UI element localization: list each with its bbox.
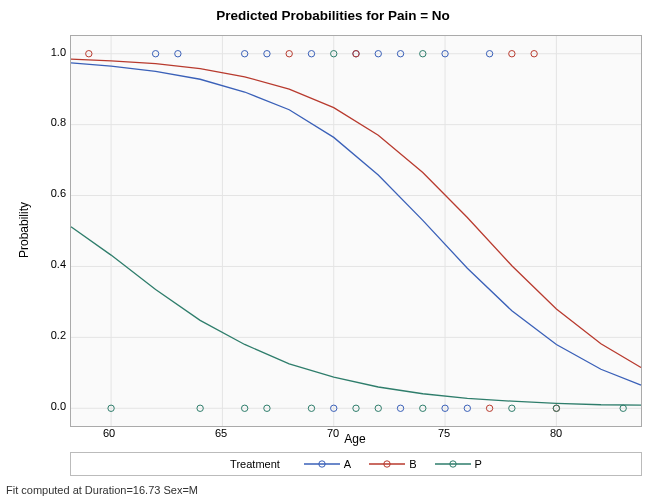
y-axis-label-text: Probability	[17, 202, 31, 258]
y-tick: 0.4	[48, 258, 66, 270]
plot-svg	[71, 36, 641, 426]
y-axis-label: Probability	[14, 35, 34, 425]
legend-swatch-p	[435, 458, 471, 470]
y-tick: 0.8	[48, 116, 66, 128]
legend-label-p: P	[475, 458, 482, 470]
plot-area	[70, 35, 642, 427]
y-tick: 0.2	[48, 329, 66, 341]
series-line-p	[71, 227, 641, 405]
legend: Treatment A B P	[70, 452, 642, 476]
legend-swatch-a	[304, 458, 340, 470]
legend-item-b: B	[369, 458, 416, 470]
legend-label-a: A	[344, 458, 351, 470]
y-tick: 1.0	[48, 46, 66, 58]
legend-label-b: B	[409, 458, 416, 470]
chart-title: Predicted Probabilities for Pain = No	[0, 8, 666, 23]
legend-swatch-b	[369, 458, 405, 470]
x-axis-label: Age	[70, 432, 640, 446]
series-line-b	[71, 59, 641, 367]
legend-item-p: P	[435, 458, 482, 470]
y-tick: 0.0	[48, 400, 66, 412]
footnote: Fit computed at Duration=16.73 Sex=M	[6, 484, 198, 496]
legend-item-a: A	[304, 458, 351, 470]
y-tick: 0.6	[48, 187, 66, 199]
legend-title: Treatment	[230, 458, 280, 470]
chart-root: Predicted Probabilities for Pain = No Pr…	[0, 0, 666, 500]
